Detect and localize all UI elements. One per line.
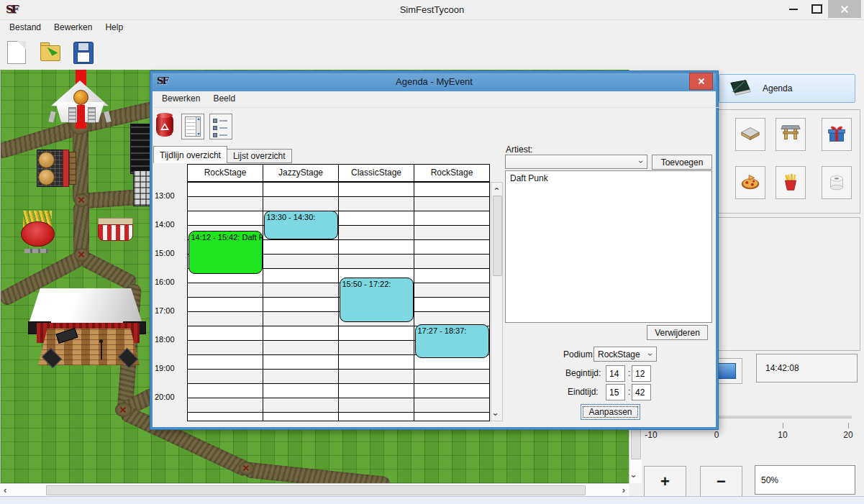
dialog-menu-item-bewerken[interactable]: Bewerken (155, 91, 206, 107)
time-label: 13:00 (155, 191, 186, 200)
stage-column-header: RockStage (188, 165, 263, 181)
combo-value: RockStage (598, 349, 640, 359)
bench (69, 152, 76, 185)
slider-tick (783, 423, 783, 429)
end-hour-input[interactable] (606, 384, 625, 400)
dialog-menubar: BewerkenBeeld (153, 91, 719, 108)
menu-item-help[interactable]: Help (99, 20, 129, 36)
window-controls (782, 0, 861, 18)
dialog-menu-item-beeld[interactable]: Beeld (206, 91, 242, 107)
scroll-down-icon[interactable]: › (629, 475, 639, 477)
scroll-down-icon[interactable]: › (491, 413, 501, 416)
zoom-level-display: 50% (755, 465, 855, 495)
maximize-icon[interactable] (805, 0, 828, 18)
scrollbar-corner (629, 483, 642, 496)
list-view-icon[interactable] (209, 114, 232, 139)
new-file-icon[interactable] (6, 40, 30, 65)
dialog-close-icon[interactable] (689, 73, 713, 90)
dialog-toolbar (153, 107, 716, 143)
tab-tijdlijn-overzicht[interactable]: Tijdlijn overzicht (153, 146, 227, 163)
stage-column-header: RockStage (414, 165, 489, 181)
slider-tick-label: -10 (639, 430, 663, 440)
scroll-left-icon[interactable]: ‹ (4, 485, 6, 495)
artist-list-item[interactable]: Daft Punk (506, 171, 711, 185)
gate-item[interactable] (776, 118, 806, 151)
podium-combobox[interactable]: RockStage › (594, 347, 657, 362)
pavement-item[interactable] (735, 118, 765, 151)
stage-column-header: JazzyStage (263, 165, 339, 181)
ticket-booth (98, 224, 133, 241)
app-window: SF SimFestTycoon BestandBewerkenHelp (0, 0, 864, 504)
schedule-event[interactable]: 15:50 - 17:22: (340, 278, 414, 321)
burger-stand-board (63, 150, 69, 187)
menu-item-bestand[interactable]: Bestand (3, 20, 47, 36)
junction-x-mark (78, 196, 85, 203)
stage-header-row: RockStageJazzyStageClassicStageRockStage (187, 164, 490, 182)
open-file-icon[interactable] (39, 40, 63, 65)
tab-lijst-overzicht[interactable]: Lijst overzicht (227, 149, 292, 163)
end-minute-input[interactable] (632, 384, 651, 400)
gate-item-icon (780, 123, 801, 147)
pizza-item[interactable] (735, 166, 765, 199)
timeline-view-icon[interactable] (181, 114, 204, 139)
zoom-out-button[interactable]: − (700, 466, 742, 497)
time-label: 20:00 (155, 393, 186, 401)
mic-stand (101, 342, 102, 359)
junction-x-mark (119, 406, 127, 413)
tent-inner-carpet (77, 105, 85, 123)
burger (38, 169, 55, 185)
time-separator: : (628, 387, 630, 397)
map-horizontal-scrollbar[interactable]: ‹ › (0, 483, 629, 497)
begin-hour-input[interactable] (606, 365, 625, 382)
schedule-event[interactable]: 14:12 - 15:42: Daft Punk (188, 231, 263, 274)
fries-item[interactable] (776, 166, 806, 199)
end-time-label: Eindtijd: (568, 387, 599, 397)
scroll-right-icon[interactable]: › (622, 485, 625, 495)
artist-listbox[interactable]: Daft Punk (505, 170, 712, 323)
tent-leg (48, 111, 55, 122)
remove-artist-button[interactable]: Verwijderen (647, 325, 708, 340)
time-label: 16:00 (155, 278, 186, 286)
toilet-paper-item[interactable] (822, 166, 852, 199)
podium-label: Podium: (563, 349, 595, 359)
schedule-event[interactable]: 13:30 - 14:30: (264, 211, 338, 239)
time-label: 18:00 (155, 335, 186, 344)
main-menubar: BestandBewerkenHelp (0, 20, 864, 36)
burger (38, 152, 55, 168)
add-artist-button[interactable]: Toevoegen (652, 155, 712, 170)
slider-tick-label: 20 (836, 430, 860, 440)
menu-item-bewerken[interactable]: Bewerken (47, 20, 99, 36)
time-label: 15:00 (155, 249, 186, 257)
save-file-icon[interactable] (72, 40, 96, 65)
begin-minute-input[interactable] (632, 365, 651, 382)
agenda-button[interactable]: Agenda (719, 74, 855, 103)
schedule-event[interactable]: 17:27 - 18:37: (415, 324, 489, 358)
dialog-titlebar[interactable]: SF Agenda - MyEvent (153, 73, 716, 91)
toilet-paper-item-icon (826, 171, 847, 195)
speaker-tower (130, 124, 153, 174)
junction-x-mark (242, 464, 250, 472)
time-control-icon (717, 363, 736, 379)
agenda-book-icon (728, 78, 752, 99)
mic-stand-head (99, 339, 103, 343)
zoom-in-button[interactable]: + (644, 466, 686, 497)
minimize-icon[interactable] (782, 0, 805, 18)
pizza-item-icon (740, 171, 761, 195)
clock-display: 14:42:08 (756, 354, 858, 382)
time-label: 19:00 (155, 364, 186, 372)
junction-x-mark (78, 251, 85, 258)
grid-scrollbar[interactable]: › › (491, 182, 503, 421)
scroll-up-icon[interactable]: › (491, 187, 501, 190)
info-box (718, 217, 860, 351)
fries-stand-tray (24, 249, 48, 253)
gift-item[interactable] (822, 118, 852, 151)
apply-button[interactable]: Aanpassen (581, 404, 640, 420)
dialog-title: Agenda - MyEvent (153, 76, 716, 87)
time-label: 14:00 (155, 220, 186, 229)
status-strip (0, 496, 864, 504)
close-icon[interactable] (828, 0, 861, 18)
artist-combobox[interactable]: › (505, 155, 647, 169)
delete-event-icon[interactable] (153, 107, 177, 142)
schedule-grid[interactable]: 14:12 - 15:42: Daft Punk13:30 - 14:30: 1… (187, 181, 490, 421)
stage-column-header: ClassicStage (339, 165, 414, 181)
